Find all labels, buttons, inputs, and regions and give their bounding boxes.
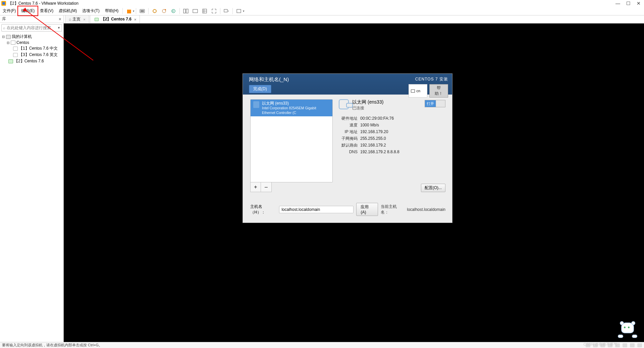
tree-root-label: 我的计算机 — [12, 34, 32, 40]
view-console-icon[interactable] — [193, 8, 198, 14]
hostname-input[interactable] — [279, 206, 354, 213]
speed-value: 1000 Mb/s — [360, 122, 379, 128]
tab-home[interactable]: ⌂ 主页 × — [65, 15, 89, 23]
snapshot-manager-icon[interactable] — [161, 8, 167, 14]
menu-help[interactable]: 帮助(H) — [102, 7, 121, 15]
nic-description: Intel Corporation 82545EM Gigabit Ethern… — [262, 106, 330, 115]
library-close-button[interactable]: × — [59, 16, 61, 22]
send-cad-icon[interactable] — [140, 8, 145, 14]
remove-nic-button[interactable]: – — [261, 182, 272, 192]
home-icon: ⌂ — [69, 17, 71, 22]
tab-close-button[interactable]: × — [134, 17, 136, 21]
nic-item-selected[interactable]: 以太网 (ens33) Intel Corporation 82545EM Gi… — [251, 100, 332, 116]
power-dropdown-icon[interactable]: ▾ — [133, 9, 135, 13]
folder-label: Centos — [16, 40, 29, 45]
library-tree: ⊟ 我的计算机 ⊟ Centos 【1】Centos 7.6 中文 【3】Cen… — [0, 33, 63, 65]
maximize-button[interactable]: ☐ — [626, 1, 631, 6]
app-icon — [1, 1, 6, 6]
collapse-icon[interactable]: ⊟ — [1, 35, 5, 39]
toggle-on-label: 打开 — [425, 100, 436, 107]
collapse-icon[interactable]: ⊟ — [6, 41, 10, 45]
svg-point-4 — [165, 9, 166, 10]
done-button[interactable]: 完成(D) — [249, 85, 271, 93]
device-icon[interactable] — [608, 343, 612, 347]
nic-list-column: 以太网 (ens33) Intel Corporation 82545EM Gi… — [250, 99, 333, 192]
menu-view[interactable]: 查看(V) — [37, 7, 56, 15]
minimize-button[interactable]: — — [615, 1, 620, 6]
hostname-row: 主机名（H）： 应用(A) 当前主机名： localhost.localdoma… — [250, 203, 445, 216]
pause-icon[interactable]: ▮▮ — [126, 8, 131, 14]
apply-button[interactable]: 应用(A) — [356, 203, 378, 216]
current-hostname-value: localhost.localdomain — [407, 207, 445, 212]
ip-label: IP 地址 — [339, 128, 358, 135]
main-area: ⌂ 主页 × 【2】Centos 7.6 × 网络和主机名(_N) 完成(D) — [64, 15, 644, 342]
keyboard-layout-value: cn — [416, 89, 420, 93]
menu-edit[interactable]: 编辑(E) — [18, 7, 37, 15]
folder-icon — [11, 41, 15, 45]
tree-vm[interactable]: 【1】Centos 7.6 中文 — [1, 45, 62, 52]
tab-label: 主页 — [72, 16, 80, 22]
tree-folder[interactable]: ⊟ Centos — [1, 40, 62, 45]
current-hostname-label: 当前主机名： — [381, 204, 404, 215]
menu-vm[interactable]: 虚拟机(M) — [56, 7, 79, 15]
toggle-knob — [436, 100, 445, 107]
snapshot-icon[interactable] — [152, 8, 157, 14]
search-input[interactable] — [7, 25, 57, 31]
page-title: 网络和主机名(_N) — [249, 76, 289, 83]
mascot-decoration — [618, 321, 637, 341]
quick-switch-icon[interactable] — [224, 8, 229, 14]
device-icon[interactable] — [586, 343, 590, 347]
computer-icon — [6, 35, 11, 39]
menu-tabs[interactable]: 选项卡(T) — [79, 7, 102, 15]
dns-label: DNS — [339, 149, 358, 155]
device-icon[interactable] — [637, 343, 642, 347]
close-button[interactable]: ✕ — [637, 1, 641, 6]
library-search[interactable]: ⌕ ▼ — [1, 24, 62, 32]
device-icon[interactable] — [630, 343, 635, 347]
view-unity-icon[interactable] — [202, 8, 207, 14]
stretch-icon[interactable] — [236, 8, 241, 14]
status-hint: 要将输入定向到该虚拟机，请在虚拟机内部单击或按 Ctrl+G。 — [2, 343, 102, 348]
add-nic-button[interactable]: + — [250, 182, 261, 192]
ethernet-large-icon — [339, 99, 349, 109]
revert-snapshot-icon[interactable] — [171, 8, 176, 14]
installer-header: 网络和主机名(_N) 完成(D) CENTOS 7 安装 cn 帮助！ — [243, 74, 452, 95]
view-single-icon[interactable] — [183, 8, 189, 14]
workspace: 库 × ⌕ ▼ ⊟ 我的计算机 ⊟ Centos 【1】Centos 7.6 中… — [0, 15, 644, 342]
search-dropdown-icon[interactable]: ▼ — [57, 26, 60, 30]
centos-installer-window: 网络和主机名(_N) 完成(D) CENTOS 7 安装 cn 帮助！ — [243, 73, 452, 223]
speed-label: 速度 — [339, 122, 358, 128]
device-icon[interactable] — [600, 343, 605, 347]
device-icon[interactable] — [593, 343, 598, 347]
library-panel: 库 × ⌕ ▼ ⊟ 我的计算机 ⊟ Centos 【1】Centos 7.6 中… — [0, 15, 64, 342]
tree-root[interactable]: ⊟ 我的计算机 — [1, 34, 62, 40]
tabbar: ⌂ 主页 × 【2】Centos 7.6 × — [64, 15, 644, 23]
tree-vm[interactable]: 【3】Centos 7.6 英文 — [1, 52, 62, 58]
svg-rect-6 — [183, 9, 185, 13]
ethernet-icon — [253, 101, 259, 108]
configure-button[interactable]: 配置(O)... — [421, 184, 445, 192]
nic-toggle[interactable]: 打开 — [425, 100, 445, 107]
hw-value: 00:0C:29:00:FA:76 — [360, 115, 394, 122]
library-title: 库 — [2, 16, 6, 22]
hostname-label: 主机名（H）： — [250, 204, 276, 215]
fullscreen-icon[interactable] — [211, 8, 217, 14]
menubar: 文件(F) 编辑(E) 查看(V) 虚拟机(M) 选项卡(T) 帮助(H) ▮▮… — [0, 7, 644, 15]
device-icon[interactable] — [623, 343, 627, 347]
guest-display[interactable]: 网络和主机名(_N) 完成(D) CENTOS 7 安装 cn 帮助！ — [64, 23, 644, 342]
tab-close-button[interactable]: × — [83, 17, 85, 21]
device-icon[interactable] — [615, 343, 620, 347]
ip-value: 192.168.179.20 — [360, 128, 388, 135]
keyboard-layout-selector[interactable]: cn — [409, 84, 427, 98]
help-button[interactable]: 帮助！ — [429, 84, 448, 98]
install-label: CENTOS 7 安装 — [415, 76, 448, 82]
tree-vm-running[interactable]: 【2】Centos 7.6 — [1, 58, 62, 64]
mask-label: 子网掩码 — [339, 135, 358, 142]
menu-file[interactable]: 文件(F) — [0, 7, 18, 15]
nic-status: 已连接 — [352, 105, 383, 111]
keyboard-icon — [411, 90, 415, 93]
vm-running-icon — [95, 18, 99, 21]
stretch-dropdown-icon[interactable]: ▾ — [243, 9, 245, 13]
nic-listbox[interactable]: 以太网 (ens33) Intel Corporation 82545EM Gi… — [250, 99, 333, 182]
tab-active-vm[interactable]: 【2】Centos 7.6 × — [90, 15, 140, 23]
